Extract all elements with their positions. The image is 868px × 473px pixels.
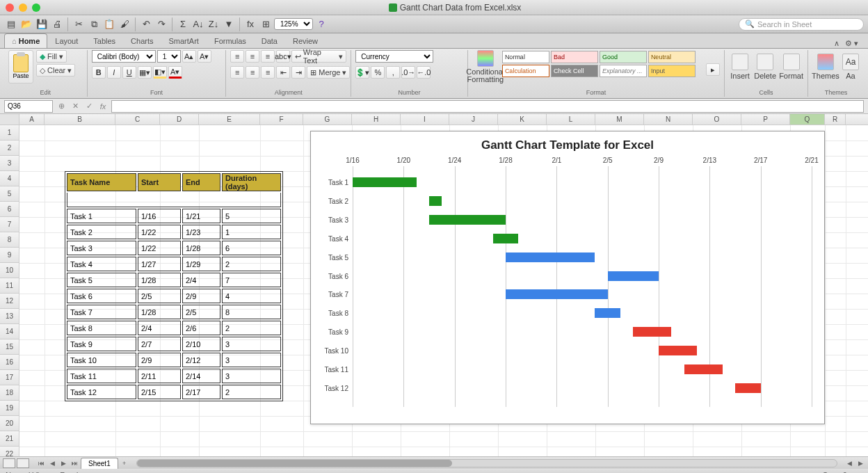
table-row[interactable]: Task 62/52/94 <box>67 289 281 303</box>
col-header-Q[interactable]: Q <box>790 114 825 125</box>
tab-formulas[interactable]: Formulas <box>207 33 254 48</box>
percent-icon[interactable]: % <box>371 66 385 79</box>
italic-button[interactable]: I <box>107 66 121 79</box>
font-size-select[interactable]: 12 <box>157 50 181 63</box>
table-row[interactable]: Task 71/282/58 <box>67 305 281 319</box>
filter-icon[interactable]: ▼ <box>222 17 236 31</box>
dec-decimal-icon[interactable]: ←.0 <box>417 66 431 79</box>
gantt-bar[interactable] <box>608 271 659 281</box>
show-formulas-icon[interactable]: ⊞ <box>259 17 273 31</box>
row-header-8[interactable]: 8 <box>0 232 19 248</box>
fx-label[interactable]: fx <box>97 101 108 112</box>
table-row[interactable]: Task 51/282/47 <box>67 273 281 287</box>
gantt-bar[interactable] <box>735 383 761 393</box>
table-row[interactable]: Task 82/42/62 <box>67 321 281 335</box>
name-box[interactable]: Q36 <box>4 100 53 113</box>
tab-nav-next-icon[interactable]: ▶ <box>58 458 68 468</box>
clear-button[interactable]: ◇Clear▾ <box>36 64 75 77</box>
row-headers[interactable]: 12345678910111213141516171819202122 <box>0 125 19 456</box>
style-explanatory[interactable]: Explanatory ... <box>600 65 647 77</box>
fill-color-button[interactable]: ◧▾ <box>153 66 167 79</box>
row-header-12[interactable]: 12 <box>0 294 19 309</box>
format-painter-icon[interactable]: 🖌 <box>118 17 131 31</box>
col-header-C[interactable]: C <box>115 114 160 125</box>
style-normal[interactable]: Normal <box>502 51 549 63</box>
style-bad[interactable]: Bad <box>551 51 598 63</box>
horizontal-scrollbar[interactable] <box>136 459 837 467</box>
row-header-13[interactable]: 13 <box>0 309 19 324</box>
col-header-H[interactable]: H <box>352 114 401 125</box>
copy-icon[interactable]: ⧉ <box>87 17 101 31</box>
format-cells-button[interactable]: Format <box>779 50 803 83</box>
tab-layout[interactable]: Layout <box>47 33 86 48</box>
indent-inc-icon[interactable]: ⇥ <box>291 66 305 79</box>
column-headers[interactable]: ABCDEFGHIJKLMNOPQR <box>19 114 868 125</box>
table-header[interactable]: Start <box>138 173 181 191</box>
table-row[interactable]: Task 21/221/231 <box>67 225 281 239</box>
col-header-B[interactable]: B <box>45 114 115 125</box>
row-header-2[interactable]: 2 <box>0 141 19 156</box>
gantt-bar[interactable] <box>493 234 519 243</box>
style-neutral[interactable]: Neutral <box>648 51 696 63</box>
add-sheet-icon[interactable]: + <box>120 458 129 468</box>
col-header-O[interactable]: O <box>693 114 741 125</box>
grow-font-icon[interactable]: A▴ <box>182 50 196 63</box>
align-center-icon[interactable]: ≡ <box>246 66 259 79</box>
enter-icon[interactable]: ✓ <box>83 101 95 112</box>
gantt-bar[interactable] <box>353 177 417 187</box>
tab-data[interactable]: Data <box>254 33 285 48</box>
sort-asc-icon[interactable]: A↓ <box>191 17 205 31</box>
paste-icon[interactable]: 📋 <box>102 17 116 31</box>
sheet-tab[interactable]: Sheet1 <box>81 458 118 469</box>
row-header-19[interactable]: 19 <box>0 401 19 416</box>
minimize-icon[interactable] <box>19 3 27 12</box>
bold-button[interactable]: B <box>92 66 106 79</box>
ribbon-expand-icon[interactable]: ∧ <box>834 39 839 48</box>
table-row[interactable]: Task 31/221/286 <box>67 241 281 255</box>
row-header-10[interactable]: 10 <box>0 263 19 278</box>
cancel-icon[interactable]: ✕ <box>70 101 81 112</box>
tab-nav-last-icon[interactable]: ⏭ <box>70 458 79 468</box>
number-format-select[interactable]: Currency <box>355 50 433 63</box>
gantt-bar[interactable] <box>659 346 697 355</box>
row-header-5[interactable]: 5 <box>0 186 19 202</box>
task-table[interactable]: Task NameStartEndDuration (days) Task 11… <box>65 171 283 401</box>
close-icon[interactable] <box>6 3 14 12</box>
col-header-F[interactable]: F <box>260 114 303 125</box>
sort-desc-icon[interactable]: Z↓ <box>207 17 220 31</box>
gantt-bar[interactable] <box>429 196 442 206</box>
gantt-bar[interactable] <box>595 308 620 318</box>
styles-more-icon[interactable]: ▸ <box>706 63 720 76</box>
row-header-6[interactable]: 6 <box>0 202 19 217</box>
fx-icon[interactable]: fx <box>243 17 257 31</box>
row-header-18[interactable]: 18 <box>0 385 19 401</box>
gantt-bar[interactable] <box>429 215 506 225</box>
wrap-text-button[interactable]: ↩Wrap Text▾ <box>291 50 346 63</box>
table-header[interactable]: End <box>182 173 220 191</box>
style-input[interactable]: Input <box>648 65 696 77</box>
col-header-L[interactable]: L <box>547 114 595 125</box>
row-header-20[interactable]: 20 <box>0 416 19 431</box>
new-icon[interactable]: ▤ <box>4 17 18 31</box>
row-header-11[interactable]: 11 <box>0 278 19 294</box>
scroll-left-icon[interactable]: ◀ <box>844 458 854 468</box>
scroll-right-icon[interactable]: ▶ <box>855 458 865 468</box>
view-layout-icon[interactable] <box>17 458 29 468</box>
align-right-icon[interactable]: ≡ <box>261 66 275 79</box>
row-header-21[interactable]: 21 <box>0 431 19 447</box>
theme-fonts-button[interactable]: AaAa <box>842 50 860 83</box>
tab-review[interactable]: Review <box>285 33 326 48</box>
themes-button[interactable]: Themes <box>812 50 839 83</box>
gantt-bar[interactable] <box>506 252 595 262</box>
col-header-P[interactable]: P <box>741 114 790 125</box>
status-dropdown-icon[interactable]: ▾ <box>858 471 862 474</box>
row-header-14[interactable]: 14 <box>0 324 19 339</box>
row-header-17[interactable]: 17 <box>0 370 19 385</box>
table-row[interactable]: Task 102/92/123 <box>67 353 281 367</box>
undo-icon[interactable]: ↶ <box>139 17 153 31</box>
col-header-K[interactable]: K <box>498 114 547 125</box>
save-icon[interactable]: 💾 <box>35 17 49 31</box>
align-left-icon[interactable]: ≡ <box>230 66 244 79</box>
open-icon[interactable]: 📂 <box>19 17 33 31</box>
underline-button[interactable]: U <box>122 66 136 79</box>
